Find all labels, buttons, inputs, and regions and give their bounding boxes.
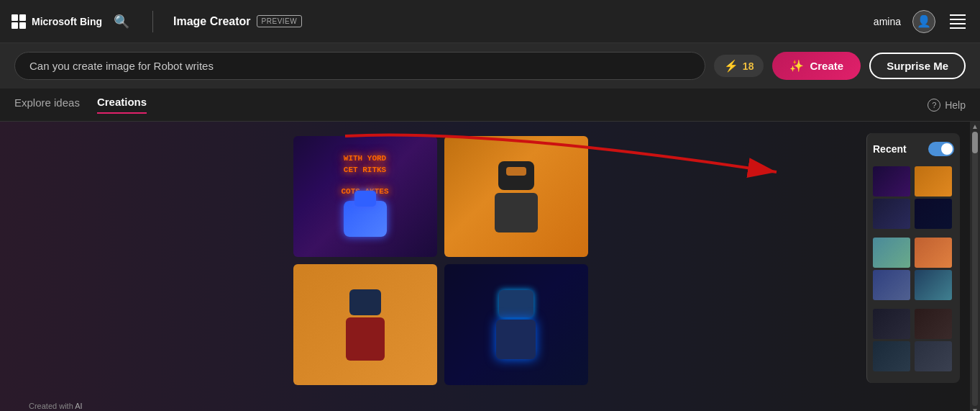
create-button[interactable]: ✨ Create bbox=[772, 52, 861, 80]
username: amina bbox=[874, 16, 901, 27]
preview-badge: PREVIEW bbox=[257, 15, 303, 27]
tab-explore[interactable]: Explore ideas bbox=[14, 96, 80, 113]
boost-count: 18 bbox=[743, 60, 754, 72]
scroll-down-button[interactable]: ▼ bbox=[971, 407, 979, 411]
tab-creations[interactable]: Creations bbox=[97, 96, 147, 114]
image-row-2 bbox=[293, 264, 588, 385]
create-icon: ✨ bbox=[789, 59, 804, 73]
image-robot-write[interactable] bbox=[444, 136, 588, 257]
thumb-blue-glow[interactable] bbox=[915, 199, 952, 229]
thumb-sunset[interactable] bbox=[915, 238, 952, 268]
recent-toggle[interactable] bbox=[928, 142, 954, 156]
search-icon: 🔍 bbox=[114, 14, 129, 29]
surprise-me-button[interactable]: Surprise Me bbox=[869, 53, 966, 79]
main-content: WITH YORDCET RITKSCOTS AKTES bbox=[0, 122, 980, 411]
hamburger-icon bbox=[950, 14, 966, 16]
thumb-dark-robot[interactable] bbox=[873, 199, 910, 229]
boost-badge: ⚡ 18 bbox=[714, 55, 764, 77]
nav-tabs: Explore ideas Creations ? Help bbox=[0, 89, 980, 122]
header-right: amina 👤 bbox=[874, 10, 968, 33]
image-robot-neon[interactable]: WITH YORDCET RITKSCOTS AKTES bbox=[293, 136, 437, 257]
robot-glow-head bbox=[499, 290, 533, 317]
scrollbar-thumb[interactable] bbox=[972, 132, 978, 153]
robot-head bbox=[498, 161, 534, 190]
ai-link[interactable]: AI bbox=[75, 402, 82, 410]
header-divider bbox=[152, 11, 153, 32]
thumb-abstract[interactable] bbox=[873, 341, 910, 371]
recent-panel: Recent bbox=[866, 133, 960, 383]
search-input[interactable] bbox=[29, 60, 690, 72]
hamburger-line3 bbox=[950, 27, 966, 29]
recent-header: Recent bbox=[873, 142, 954, 156]
recent-label: Recent bbox=[873, 143, 907, 155]
robot-glow-body bbox=[496, 320, 536, 359]
thumb-house[interactable] bbox=[873, 270, 910, 300]
thumb-robot2[interactable] bbox=[915, 166, 952, 197]
sidebar-container: Recent bbox=[866, 127, 970, 411]
thumb-city[interactable] bbox=[915, 341, 952, 371]
surprise-label: Surprise Me bbox=[887, 60, 948, 72]
image-creator-label: Image Creator PREVIEW bbox=[173, 15, 302, 28]
thumb-dark-scene[interactable] bbox=[873, 309, 910, 339]
scroll-up-button[interactable]: ▲ bbox=[971, 123, 979, 130]
user-icon: 👤 bbox=[917, 14, 931, 28]
page-scrollbar: ▲ ▼ bbox=[970, 122, 980, 411]
boost-icon: ⚡ bbox=[724, 59, 738, 73]
avatar: 👤 bbox=[912, 10, 935, 33]
help-label: Help bbox=[945, 99, 966, 111]
robot-red-body bbox=[346, 317, 385, 361]
bing-logo-text: Microsoft Bing bbox=[32, 16, 102, 27]
robot-red-figure bbox=[346, 289, 385, 361]
help-button[interactable]: ? Help bbox=[928, 99, 966, 112]
header-left: Microsoft Bing 🔍 Image Creator PREVIEW bbox=[12, 11, 302, 32]
robot-glow-figure bbox=[496, 290, 536, 359]
search-input-wrapper[interactable] bbox=[14, 52, 705, 80]
thumbnail-group-1 bbox=[873, 166, 954, 229]
header: Microsoft Bing 🔍 Image Creator PREVIEW a… bbox=[0, 0, 980, 43]
robot-neon-body bbox=[344, 201, 387, 237]
bing-logo[interactable]: Microsoft Bing bbox=[12, 14, 102, 29]
hamburger-menu-button[interactable] bbox=[947, 12, 968, 32]
toggle-knob bbox=[941, 143, 953, 155]
thumb-landscape[interactable] bbox=[873, 238, 910, 268]
search-bar-container: ⚡ 18 ✨ Create Surprise Me bbox=[0, 43, 980, 89]
search-button[interactable]: 🔍 bbox=[111, 11, 132, 32]
thumbnail-group-2 bbox=[873, 238, 954, 300]
robot-red-head bbox=[349, 289, 381, 315]
images-area: WITH YORDCET RITKSCOTS AKTES bbox=[0, 122, 866, 411]
hamburger-line2 bbox=[950, 23, 966, 24]
image-robot-red[interactable] bbox=[293, 264, 437, 385]
thumbnail-group-3 bbox=[873, 309, 954, 371]
hamburger-line1 bbox=[950, 19, 966, 20]
help-icon: ? bbox=[928, 99, 940, 112]
thumb-neon[interactable] bbox=[873, 166, 910, 197]
robot-write-figure bbox=[495, 161, 538, 232]
create-label: Create bbox=[810, 60, 843, 72]
image-creator-text: Image Creator bbox=[173, 15, 251, 28]
robot-body bbox=[495, 193, 538, 232]
created-with: Created with AI bbox=[29, 402, 83, 410]
image-row-1: WITH YORDCET RITKSCOTS AKTES bbox=[293, 136, 588, 257]
image-robot-glow[interactable] bbox=[444, 264, 588, 385]
thumb-ocean[interactable] bbox=[915, 270, 952, 300]
scrollbar-track[interactable] bbox=[972, 132, 978, 406]
bing-logo-icon bbox=[12, 14, 26, 29]
thumb-corridor[interactable] bbox=[915, 309, 952, 339]
